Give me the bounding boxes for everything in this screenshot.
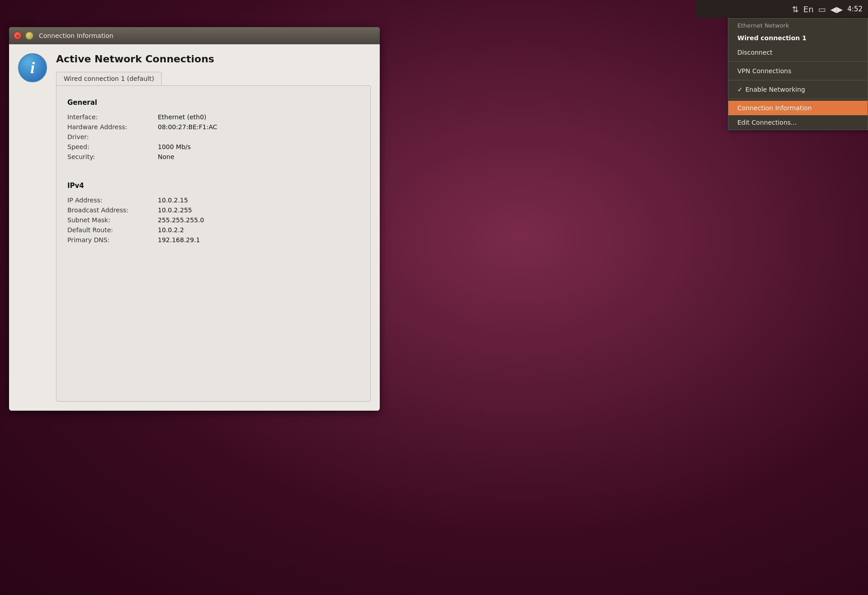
ip-label: IP Address: [67, 195, 158, 205]
tab-wired-connection[interactable]: Wired connection 1 (default) [56, 72, 162, 85]
ipv4-section-title: IPv4 [67, 182, 359, 190]
hardware-label: Hardware Address: [67, 122, 158, 132]
ipv4-info-table: IP Address: 10.0.2.15 Broadcast Address:… [67, 195, 359, 245]
tab-bar: Wired connection 1 (default) [56, 72, 371, 85]
route-label: Default Route: [67, 225, 158, 235]
table-row: Interface: Ethernet (eth0) [67, 112, 359, 122]
window-title: Connection Information [39, 32, 113, 39]
dns-label: Primary DNS: [67, 235, 158, 245]
general-info-table: Interface: Ethernet (eth0) Hardware Addr… [67, 112, 359, 162]
driver-label: Driver: [67, 132, 158, 142]
interface-value: Ethernet (eth0) [158, 112, 359, 122]
volume-icon[interactable]: ◀▶ [830, 5, 843, 14]
subnet-label: Subnet Mask: [67, 215, 158, 225]
menu-item-vpn-connections[interactable]: VPN Connections [728, 64, 868, 78]
window-minimize-button[interactable] [25, 32, 33, 40]
speed-value: 1000 Mb/s [158, 142, 359, 152]
tab-content: General Interface: Ethernet (eth0) Hardw… [56, 85, 371, 402]
menu-item-wired-connection[interactable]: Wired connection 1 [728, 31, 868, 45]
menu-separator-2 [728, 80, 868, 80]
table-row: Broadcast Address: 10.0.2.255 [67, 205, 359, 215]
window-titlebar: ✕ Connection Information [9, 27, 380, 44]
broadcast-value: 10.0.2.255 [158, 205, 359, 215]
checkmark-icon: ✓ [737, 86, 743, 93]
hardware-value: 08:00:27:BE:F1:AC [158, 122, 359, 132]
menu-item-connection-information[interactable]: Connection Information [728, 101, 868, 115]
menu-section-ethernet: Ethernet Network [728, 19, 868, 31]
network-dropdown-menu: Ethernet Network Wired connection 1 Disc… [728, 18, 868, 130]
menu-separator-3 [728, 98, 868, 99]
general-section-title: General [67, 98, 359, 107]
window-close-button[interactable]: ✕ [14, 32, 22, 40]
window-content-area: i Active Network Connections Wired conne… [9, 44, 380, 411]
table-row: Security: None [67, 152, 359, 162]
network-icon[interactable]: ⇅ [792, 5, 799, 14]
menu-item-edit-connections[interactable]: Edit Connections... [728, 115, 868, 130]
enable-networking-label: Enable Networking [745, 86, 805, 93]
battery-icon: ▭ [818, 5, 826, 14]
dns-value: 192.168.29.1 [158, 235, 359, 245]
table-row: Default Route: 10.0.2.2 [67, 225, 359, 235]
security-label: Security: [67, 152, 158, 162]
speed-label: Speed: [67, 142, 158, 152]
table-row: IP Address: 10.0.2.15 [67, 195, 359, 205]
top-panel: ⇅ En ▭ ◀▶ 4:52 [696, 0, 868, 18]
subnet-value: 255.255.255.0 [158, 215, 359, 225]
menu-item-enable-networking[interactable]: ✓ Enable Networking [728, 82, 868, 97]
connection-information-window: ✕ Connection Information i Active Networ… [9, 27, 380, 411]
language-indicator[interactable]: En [803, 5, 814, 14]
table-row: Hardware Address: 08:00:27:BE:F1:AC [67, 122, 359, 132]
table-row: Primary DNS: 192.168.29.1 [67, 235, 359, 245]
info-icon: i [18, 53, 47, 82]
broadcast-label: Broadcast Address: [67, 205, 158, 215]
table-row: Subnet Mask: 255.255.255.0 [67, 215, 359, 225]
window-heading: Active Network Connections [56, 53, 371, 65]
route-value: 10.0.2.2 [158, 225, 359, 235]
table-row: Speed: 1000 Mb/s [67, 142, 359, 152]
menu-item-disconnect[interactable]: Disconnect [728, 45, 868, 60]
clock: 4:52 [847, 5, 863, 13]
driver-value [158, 132, 359, 142]
interface-label: Interface: [67, 112, 158, 122]
section-spacer [67, 171, 359, 178]
menu-separator-1 [728, 61, 868, 62]
ip-value: 10.0.2.15 [158, 195, 359, 205]
table-row: Driver: [67, 132, 359, 142]
security-value: None [158, 152, 359, 162]
window-main-area: Active Network Connections Wired connect… [56, 53, 371, 402]
